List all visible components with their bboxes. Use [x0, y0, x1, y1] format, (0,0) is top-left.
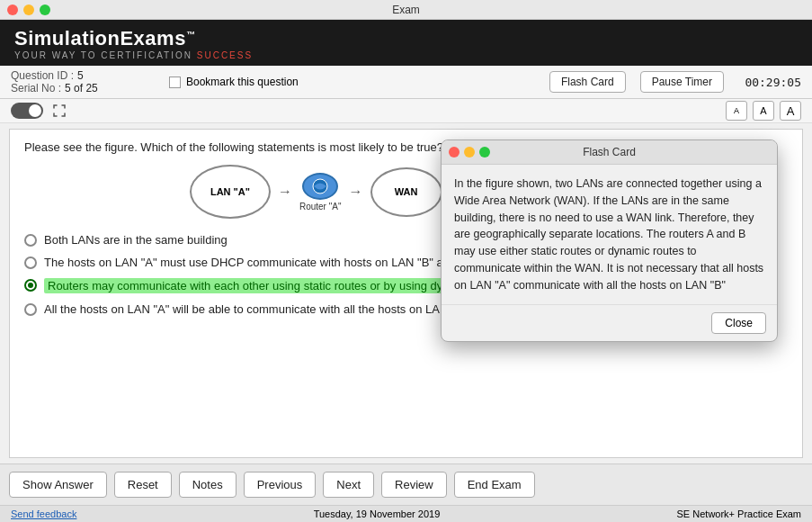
font-size-large-button[interactable]: A	[780, 101, 801, 121]
radio-2[interactable]	[24, 256, 37, 269]
window-controls[interactable]	[7, 4, 50, 15]
arrow-1: →	[278, 184, 292, 200]
fullscreen-button[interactable]	[52, 104, 67, 118]
date-display: Tuesday, 19 November 2019	[314, 508, 441, 519]
font-size-small-button[interactable]: A	[726, 101, 747, 121]
title-bar: Exam	[0, 0, 812, 20]
popup-title: Flash Card	[583, 146, 636, 158]
review-button[interactable]: Review	[381, 472, 447, 498]
controls-row: A A A	[0, 99, 812, 123]
option-4-text: All the hosts on LAN "A" will be able to…	[44, 302, 468, 316]
flash-card-content: In the figure shown, two LANs are connec…	[442, 165, 777, 304]
brand-header: SimulationExams™ YOUR WAY TO CERTIFICATI…	[0, 20, 812, 66]
serial-no-row: Serial No : 5 of 25	[11, 82, 119, 94]
bookmark-area: Bookmark this question	[133, 76, 535, 88]
radio-1[interactable]	[24, 234, 37, 247]
serial-no-label: Serial No :	[11, 82, 61, 94]
window-title: Exam	[392, 4, 420, 16]
previous-button[interactable]: Previous	[244, 472, 317, 498]
question-id-label: Question ID :	[11, 69, 74, 82]
question-id-row: Question ID : 5	[11, 69, 119, 82]
lan-a-cloud: LAN "A"	[190, 165, 271, 219]
brand-subtitle: YOUR WAY TO CERTIFICATION SUCCESS	[14, 50, 798, 60]
font-size-medium-button[interactable]: A	[753, 101, 774, 121]
arrow-2: →	[349, 184, 363, 200]
popup-min-btn[interactable]	[464, 147, 475, 158]
popup-footer: Close	[442, 304, 777, 341]
bookmark-label: Bookmark this question	[186, 76, 299, 88]
flash-card-popup: Flash Card In the figure shown, two LANs…	[441, 140, 778, 342]
font-size-controls: A A A	[726, 101, 801, 121]
timer-display: 00:29:05	[738, 76, 801, 89]
send-feedback-link[interactable]: Send feedback	[11, 508, 76, 519]
meta-bar: Question ID : 5 Serial No : 5 of 25 Book…	[0, 66, 812, 99]
reset-button[interactable]: Reset	[114, 472, 172, 498]
maximize-window-button[interactable]	[40, 4, 50, 15]
bottom-toolbar: Show Answer Reset Notes Previous Next Re…	[0, 464, 812, 505]
router-a-icon	[302, 173, 338, 200]
toggle-knob	[29, 104, 41, 117]
popup-close-btn[interactable]	[449, 147, 460, 158]
flash-card-button[interactable]: Flash Card	[549, 71, 626, 93]
next-button[interactable]: Next	[323, 472, 374, 498]
dark-mode-toggle[interactable]	[11, 103, 43, 119]
close-window-button[interactable]	[7, 4, 18, 15]
popup-window-controls[interactable]	[449, 147, 490, 158]
router-a: Router "A"	[299, 173, 342, 212]
pause-timer-button[interactable]: Pause Timer	[640, 71, 724, 93]
exam-name: SE Network+ Practice Exam	[677, 508, 801, 519]
end-exam-button[interactable]: End Exam	[454, 472, 535, 498]
question-id-value: 5	[77, 69, 84, 82]
popup-title-bar: Flash Card	[442, 140, 777, 165]
meta-left: Question ID : 5 Serial No : 5 of 25	[11, 69, 119, 94]
brand-title: SimulationExams™	[14, 27, 798, 50]
bookmark-checkbox[interactable]	[169, 76, 181, 88]
router-a-label: Router "A"	[299, 202, 342, 212]
minimize-window-button[interactable]	[23, 4, 34, 15]
flash-card-close-button[interactable]: Close	[711, 312, 766, 334]
status-bar: Send feedback Tuesday, 19 November 2019 …	[0, 505, 812, 522]
popup-max-btn[interactable]	[479, 147, 490, 158]
wan-cloud: WAN	[370, 167, 442, 217]
option-1-text: Both LANs are in the same building	[44, 233, 228, 247]
show-answer-button[interactable]: Show Answer	[9, 472, 107, 498]
radio-4[interactable]	[24, 303, 37, 316]
notes-button[interactable]: Notes	[179, 472, 236, 498]
serial-no-value: 5 of 25	[65, 82, 98, 94]
radio-3[interactable]	[24, 279, 37, 292]
